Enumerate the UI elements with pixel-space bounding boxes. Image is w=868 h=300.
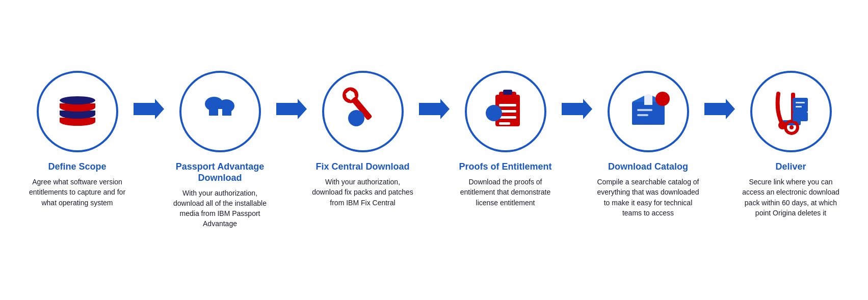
svg-rect-33 xyxy=(644,94,652,105)
step-desc-catalog: Compile a searchable catalog of everythi… xyxy=(595,177,702,218)
svg-rect-14 xyxy=(213,125,227,128)
svg-point-29 xyxy=(486,105,502,121)
step-text-catalog: Download Catalog Compile a searchable ca… xyxy=(595,161,702,218)
svg-rect-25 xyxy=(499,104,516,106)
arrow-1 xyxy=(134,71,164,119)
svg-marker-30 xyxy=(562,99,592,119)
svg-point-34 xyxy=(655,92,670,106)
step-fix-central: Fix Central Download With your authoriza… xyxy=(307,71,419,207)
svg-marker-15 xyxy=(276,99,307,119)
svg-marker-7 xyxy=(134,99,164,119)
step-title-catalog: Download Catalog xyxy=(595,161,702,173)
svg-marker-21 xyxy=(419,99,450,119)
step-title-fix-central: Fix Central Download xyxy=(309,161,416,173)
svg-point-41 xyxy=(790,125,794,129)
svg-point-20 xyxy=(348,110,364,126)
step-desc-deliver: Secure link where you can access an elec… xyxy=(738,177,845,218)
svg-point-46 xyxy=(778,121,786,129)
step-passport-advantage: Passport Advantage Download With your au… xyxy=(164,71,276,229)
step-text-passport: Passport Advantage Download With your au… xyxy=(167,161,274,229)
step-text-deliver: Deliver Secure link where you can access… xyxy=(738,161,845,218)
step-deliver: Deliver Secure link where you can access… xyxy=(735,71,847,218)
svg-marker-13 xyxy=(214,118,227,125)
step-proofs: Proofs of Entitlement Download the proof… xyxy=(450,71,562,207)
step-title-passport: Passport Advantage Download xyxy=(167,161,274,183)
flowchart: Define Scope Agree what software version… xyxy=(15,71,853,229)
svg-rect-28 xyxy=(499,122,510,125)
step-desc-passport: With your authorization, download all of… xyxy=(167,188,274,229)
svg-rect-36 xyxy=(637,114,648,116)
step-icon-circle-6 xyxy=(750,71,832,152)
step-icon-circle-3 xyxy=(322,71,404,152)
arrow-2 xyxy=(276,71,307,119)
step-desc-define-scope: Agree what software version entitlements… xyxy=(24,177,131,208)
svg-rect-27 xyxy=(499,116,516,119)
arrow-3 xyxy=(419,71,450,119)
svg-rect-43 xyxy=(793,112,808,121)
step-text-fix-central: Fix Central Download With your authoriza… xyxy=(309,161,416,207)
step-icon-circle-4 xyxy=(465,71,546,152)
step-title-deliver: Deliver xyxy=(738,161,845,173)
svg-point-6 xyxy=(60,96,95,104)
step-text-proofs: Proofs of Entitlement Download the proof… xyxy=(452,161,559,207)
step-desc-fix-central: With your authorization, download fix pa… xyxy=(309,177,416,208)
svg-rect-35 xyxy=(637,109,652,111)
step-title-define-scope: Define Scope xyxy=(24,161,131,173)
step-title-proofs: Proofs of Entitlement xyxy=(452,161,559,173)
arrow-4 xyxy=(562,71,592,119)
step-icon-circle-2 xyxy=(179,71,261,152)
step-text-define-scope: Define Scope Agree what software version… xyxy=(24,161,131,207)
arrow-5 xyxy=(704,71,735,119)
svg-rect-42 xyxy=(793,98,808,112)
svg-rect-44 xyxy=(796,102,805,103)
step-download-catalog: Download Catalog Compile a searchable ca… xyxy=(592,71,704,218)
step-icon-circle xyxy=(37,71,118,152)
svg-rect-12 xyxy=(218,109,222,119)
step-icon-circle-5 xyxy=(608,71,689,152)
svg-rect-45 xyxy=(796,106,802,107)
step-define-scope: Define Scope Agree what software version… xyxy=(21,71,134,207)
step-desc-proofs: Download the proofs of entitlement that … xyxy=(452,177,559,208)
svg-rect-24 xyxy=(503,90,512,95)
svg-marker-37 xyxy=(704,99,735,119)
